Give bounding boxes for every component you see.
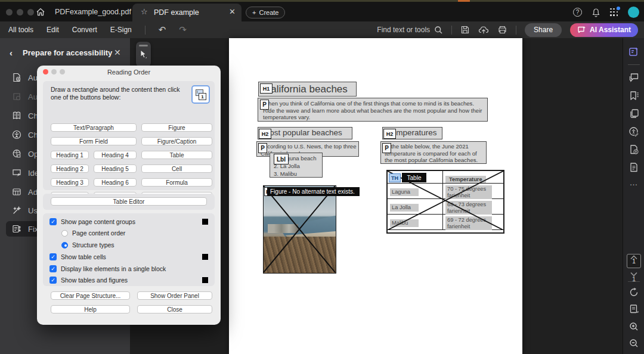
figure-caption-button[interactable]: Figure/Caption bbox=[141, 137, 212, 145]
apps-grid-icon[interactable] bbox=[610, 8, 618, 17]
avatar[interactable] bbox=[628, 7, 639, 18]
groups-color-swatch[interactable] bbox=[202, 219, 208, 225]
p-tag[interactable]: P bbox=[260, 100, 269, 110]
h2-tag[interactable]: H2 bbox=[383, 129, 396, 139]
right-rail: … 1 1 bbox=[623, 38, 644, 354]
bookmarks-icon[interactable] bbox=[623, 91, 644, 101]
temperature-table[interactable]: Temperature Laguna 70 - 75 degrees farie… bbox=[386, 170, 504, 234]
cloud-upload-icon[interactable] bbox=[478, 25, 489, 35]
structure-front-square: 1 bbox=[199, 93, 206, 100]
window-controls[interactable] bbox=[6, 9, 34, 15]
show-tables-figures-checkbox[interactable]: ✓ bbox=[49, 277, 57, 284]
lbl-tag[interactable]: Lbl bbox=[274, 154, 289, 164]
document-notes-icon[interactable] bbox=[623, 162, 644, 173]
plus-icon: + bbox=[252, 9, 256, 16]
accessibility-globe-icon[interactable] bbox=[623, 126, 644, 137]
structure-types-label: Structure types bbox=[72, 241, 114, 249]
figure-button[interactable]: Figure bbox=[141, 123, 212, 132]
cell-button[interactable]: Cell bbox=[141, 164, 212, 173]
menu-esign[interactable]: E-Sign bbox=[110, 26, 132, 34]
more-tools-icon[interactable]: … bbox=[623, 178, 644, 187]
heading5-button[interactable]: Heading 5 bbox=[94, 164, 137, 173]
close-panel-icon[interactable]: ✕ bbox=[114, 48, 121, 57]
show-order-panel-button[interactable]: Show Order Panel bbox=[137, 291, 212, 300]
print-icon[interactable] bbox=[497, 25, 507, 35]
help-icon[interactable]: ? bbox=[573, 8, 582, 17]
share-button[interactable]: Share bbox=[525, 23, 562, 37]
back-chevron-icon[interactable]: ‹ bbox=[10, 48, 13, 58]
ai-assistant-panel-icon[interactable] bbox=[623, 46, 644, 57]
pdf-page[interactable]: California beaches H1 When you think of … bbox=[229, 38, 522, 354]
p-tag[interactable]: P bbox=[258, 143, 267, 153]
close-window-button[interactable] bbox=[6, 9, 13, 15]
home-icon[interactable] bbox=[36, 7, 45, 17]
tables-figures-color-swatch[interactable] bbox=[202, 277, 208, 283]
page-content-order-radio[interactable] bbox=[61, 230, 68, 237]
heading6-button[interactable]: Heading 6 bbox=[94, 178, 137, 187]
heading2-button[interactable]: Heading 2 bbox=[51, 164, 89, 173]
formula-button[interactable]: Formula bbox=[141, 178, 212, 187]
reading-order-dialog[interactable]: Reading Order Draw a rectangle around th… bbox=[37, 66, 221, 325]
h2-tag[interactable]: H2 bbox=[259, 129, 271, 139]
page-thumbnails-icon[interactable] bbox=[623, 108, 644, 119]
intro-paragraph-box[interactable]: When you think of California one of the … bbox=[258, 98, 488, 122]
help-button[interactable]: Help bbox=[51, 305, 130, 313]
notifications-bell-icon[interactable] bbox=[592, 8, 600, 17]
table-button[interactable]: Table bbox=[141, 151, 212, 159]
save-icon[interactable] bbox=[460, 25, 470, 35]
tab-pdfexample-good[interactable]: PDFexample_good.pdf bbox=[55, 8, 131, 16]
screen-wand-icon bbox=[12, 168, 21, 178]
h1-content-box[interactable]: California beaches bbox=[258, 82, 357, 97]
undo-icon[interactable]: ↶ bbox=[159, 24, 166, 35]
structure-types-toggle-icon[interactable]: I 1 bbox=[191, 85, 210, 104]
minimize-window-button[interactable] bbox=[17, 9, 23, 15]
create-tab-button[interactable]: + Create bbox=[246, 7, 285, 18]
doc-accessibility-icon[interactable] bbox=[623, 144, 644, 155]
table-cells-color-swatch[interactable] bbox=[202, 254, 208, 260]
find-tools-search[interactable]: Find text or tools bbox=[377, 26, 443, 35]
previous-page-chevron-icon[interactable] bbox=[623, 255, 644, 260]
menu-edit[interactable]: Edit bbox=[47, 26, 59, 34]
temperatures-paragraph-box[interactable]: In the table below, the June 2021 temper… bbox=[380, 141, 487, 164]
star-icon[interactable]: ☆ bbox=[141, 7, 148, 16]
heading1-button[interactable]: Heading 1 bbox=[51, 151, 89, 159]
p-tag[interactable]: P bbox=[382, 143, 391, 153]
close-button[interactable]: Close bbox=[137, 305, 212, 313]
beach-figure[interactable]: Figure Figure - No alternate text exists… bbox=[263, 185, 336, 274]
maximize-window-button[interactable] bbox=[27, 9, 34, 15]
figure-cross-lines bbox=[264, 186, 335, 272]
comments-icon[interactable] bbox=[623, 73, 644, 83]
close-tab-icon[interactable]: ✕ bbox=[229, 7, 236, 16]
structure-types-radio[interactable] bbox=[61, 242, 68, 249]
show-tables-figures-label: Show tables and figures bbox=[61, 277, 128, 284]
ai-assistant-label: AI Assistant bbox=[590, 26, 631, 34]
menu-all-tools[interactable]: All tools bbox=[8, 26, 33, 34]
quick-tools-float[interactable] bbox=[136, 42, 151, 67]
ai-assistant-button[interactable]: AI Assistant bbox=[570, 23, 638, 37]
form-field-button[interactable]: Form Field bbox=[51, 137, 137, 145]
text-paragraph-button[interactable]: Text/Paragraph bbox=[51, 123, 137, 132]
h1-tag[interactable]: H1 bbox=[260, 83, 273, 94]
show-groups-checkbox[interactable]: ✓ bbox=[49, 218, 57, 225]
intro-text: When you think of California one of the … bbox=[263, 100, 482, 120]
drag-handle[interactable] bbox=[139, 45, 148, 46]
clear-page-structure-button[interactable]: Clear Page Structure... bbox=[51, 291, 130, 300]
heading3-button[interactable]: Heading 3 bbox=[51, 178, 89, 187]
menu-convert[interactable]: Convert bbox=[72, 26, 97, 34]
redo-icon[interactable]: ↷ bbox=[179, 24, 187, 35]
rail-divider bbox=[628, 281, 640, 282]
zoom-out-icon[interactable] bbox=[623, 339, 644, 348]
zoom-in-icon[interactable] bbox=[623, 322, 644, 331]
tab-pdf-example[interactable]: ☆ PDF example ✕ bbox=[132, 4, 242, 21]
select-tool-icon[interactable] bbox=[140, 49, 147, 59]
display-like-checkbox[interactable]: ✓ bbox=[49, 265, 57, 272]
heading4-button[interactable]: Heading 4 bbox=[94, 151, 137, 159]
h2-popular-box[interactable]: Most popular beaches bbox=[258, 127, 352, 139]
th-tag[interactable]: TH bbox=[389, 173, 401, 182]
table-editor-button[interactable]: Table Editor bbox=[51, 197, 207, 206]
show-table-cells-checkbox[interactable]: ✓ bbox=[49, 253, 57, 260]
globe-person-icon bbox=[12, 149, 21, 159]
page-fit-icon[interactable] bbox=[623, 304, 644, 314]
next-page-chevron-icon[interactable] bbox=[623, 272, 644, 277]
rotate-page-icon[interactable] bbox=[623, 287, 644, 297]
